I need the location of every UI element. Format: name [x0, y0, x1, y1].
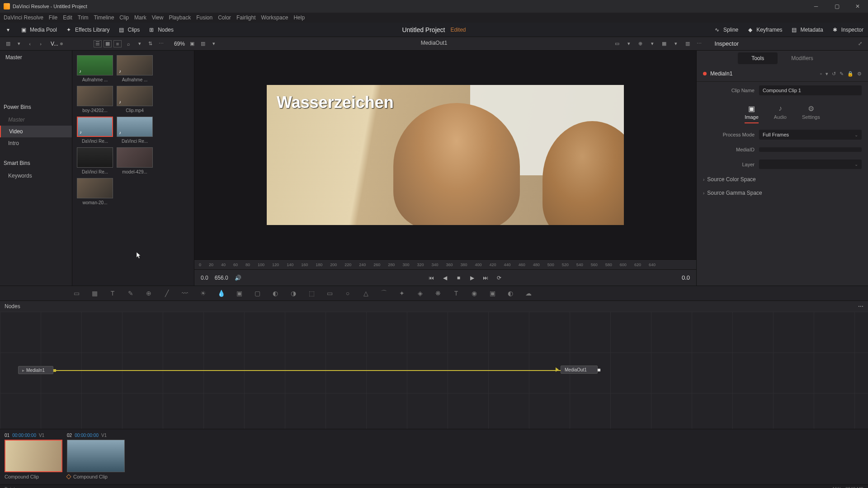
paint-tool-icon[interactable]: ✎ — [127, 289, 135, 297]
rectangle-mask-icon[interactable]: ▭ — [326, 289, 334, 297]
menu-item[interactable]: Color — [218, 14, 231, 21]
timeline-clip[interactable]: 0100:00:00:00V1 Compound Clip — [5, 433, 63, 481]
fastnoise-tool-icon[interactable]: ▦ — [90, 289, 99, 297]
split-icon[interactable]: ▥ — [199, 40, 207, 47]
view-metadata-icon[interactable]: ☰ — [94, 40, 102, 47]
clip-item[interactable]: ♪DaVinci Re... — [77, 117, 113, 144]
view-list-icon[interactable]: ≡ — [113, 40, 122, 47]
layer-dropdown[interactable]: ⌄ — [759, 160, 862, 169]
ellipse-mask-icon[interactable]: ○ — [344, 289, 352, 297]
lock-icon[interactable]: 🔒 — [847, 71, 854, 77]
clip-item[interactable]: ♪Aufnahme ... — [77, 55, 113, 82]
node-connection[interactable] — [56, 370, 561, 371]
menu-item[interactable]: View — [152, 14, 164, 21]
keyframes-toggle[interactable]: ◆Keyframes — [746, 26, 782, 33]
inspector-mode-audio[interactable]: ♪Audio — [774, 104, 787, 123]
inspector-mode-image[interactable]: ▣Image — [745, 104, 759, 123]
back-icon[interactable]: ‹ — [26, 40, 33, 47]
maximize-button[interactable]: ▢ — [826, 0, 847, 13]
clip-item[interactable]: DaVinci Re... — [77, 147, 113, 174]
loop-button[interactable]: ⟳ — [495, 274, 503, 282]
media-id-field[interactable] — [759, 147, 862, 152]
menu-item[interactable]: Edit — [63, 14, 72, 21]
menu-item[interactable]: Help — [293, 14, 305, 21]
node-output-port[interactable] — [598, 369, 600, 371]
brightness-tool-icon[interactable]: ☀ — [199, 289, 207, 297]
clip-item[interactable]: model-429... — [117, 147, 153, 174]
timeline-clip[interactable]: 0200:00:00:00V1 Compound Clip — [67, 433, 126, 481]
menu-item[interactable]: File — [49, 14, 57, 21]
prender-tool-icon[interactable]: ◈ — [416, 289, 424, 297]
clip-item[interactable]: ♪DaVinci Re... — [117, 117, 153, 144]
split-vert-icon[interactable]: ▥ — [684, 40, 691, 47]
camera3d-tool-icon[interactable]: ▣ — [488, 289, 496, 297]
chevron-down-icon[interactable]: ▾ — [15, 40, 23, 47]
sort-icon[interactable]: ⇅ — [147, 40, 154, 47]
mask-tool-icon[interactable]: ╱ — [163, 289, 171, 297]
tracker-tool-icon[interactable]: ⊕ — [145, 289, 153, 297]
bspline-mask-icon[interactable]: ⌒ — [380, 289, 388, 297]
bin-item-video[interactable]: Video — [0, 126, 72, 137]
menu-item[interactable]: Mark — [134, 14, 146, 21]
bin-item[interactable]: Master — [0, 114, 72, 126]
chevron-down-icon[interactable]: ▾ — [649, 40, 656, 47]
search-icon[interactable]: ⌕ — [125, 40, 132, 47]
clip-item[interactable]: boy-24202... — [77, 86, 113, 113]
colorcorrect-tool-icon[interactable]: 💧 — [217, 289, 225, 297]
settings-icon[interactable]: ⚙ — [857, 71, 862, 77]
menu-item[interactable]: Trim — [78, 14, 89, 21]
menu-item[interactable]: Timeline — [94, 14, 114, 21]
timecode-out[interactable]: 0.0 — [682, 274, 690, 281]
nodes-toggle[interactable]: ⊞Nodes — [148, 26, 174, 33]
render-icon[interactable]: ⊕ — [637, 40, 644, 47]
clip-name-field[interactable]: Compound Clip 1 — [759, 85, 862, 95]
process-mode-dropdown[interactable]: Full Frames⌄ — [759, 130, 862, 140]
transform-tool-icon[interactable]: ▢ — [253, 289, 261, 297]
chevron-down-icon[interactable]: ▾ — [136, 40, 143, 47]
collapsible-source-gamma-space[interactable]: ›Source Gamma Space — [697, 186, 868, 200]
text3d-tool-icon[interactable]: T — [452, 289, 460, 297]
menu-item[interactable]: Playback — [169, 14, 191, 21]
merge-tool-icon[interactable]: ▣ — [235, 289, 243, 297]
menu-item[interactable]: Fusion — [196, 14, 212, 21]
bin-dropdown[interactable]: V... — [51, 41, 63, 47]
inspector-mode-settings[interactable]: ⚙Settings — [802, 104, 820, 123]
more-icon[interactable]: ⋯ — [696, 40, 703, 47]
master-bin[interactable]: Master — [0, 51, 72, 64]
audio-toggle-icon[interactable]: 🔊 — [235, 275, 241, 281]
bin-item[interactable]: Intro — [0, 137, 72, 149]
clip-item[interactable]: ♪Clip.mp4 — [117, 86, 153, 113]
menu-item[interactable]: Workspace — [261, 14, 288, 21]
play-button[interactable]: ▶ — [468, 274, 476, 282]
chevron-down-icon[interactable]: ▾ — [826, 71, 828, 77]
matte-tool-icon[interactable]: ◐ — [271, 289, 279, 297]
text-tool-icon[interactable]: T — [108, 289, 117, 297]
media-pool-toggle[interactable]: ▣Media Pool — [20, 26, 57, 33]
collapsible-source-color-space[interactable]: ›Source Color Space — [697, 173, 868, 186]
panel-layout-icon[interactable]: ▥ — [5, 40, 12, 47]
last-frame-button[interactable]: ⏭ — [482, 274, 489, 282]
bin-item[interactable]: Keywords — [0, 170, 72, 182]
timecode-in[interactable]: 0.0 — [201, 275, 208, 281]
shelf-dropdown[interactable]: ▾ — [5, 26, 12, 33]
polygon-mask-icon[interactable]: △ — [362, 289, 370, 297]
clip-item[interactable]: woman-20... — [77, 178, 113, 205]
grid-icon[interactable]: ▦ — [660, 40, 668, 47]
view-thumbnail-icon[interactable]: ▦ — [104, 40, 112, 47]
pemitter-tool-icon[interactable]: ❋ — [434, 289, 442, 297]
spline-toggle[interactable]: ∿Spline — [713, 26, 738, 33]
expand-icon[interactable]: ⤢ — [856, 40, 863, 47]
effects-library-toggle[interactable]: ✦Effects Library — [65, 26, 109, 33]
chevron-down-icon[interactable]: ▾ — [672, 40, 679, 47]
clips-toggle[interactable]: ▤Clips — [118, 26, 140, 33]
more-icon[interactable]: ⋯ — [858, 303, 863, 310]
menu-item[interactable]: DaVinci Resolve — [4, 14, 43, 21]
zoom-level[interactable]: 69% — [174, 41, 185, 47]
stop-button[interactable]: ■ — [455, 274, 462, 282]
light-tool-icon[interactable]: ◐ — [506, 289, 514, 297]
inspector-toggle[interactable]: ✱Inspector — [831, 26, 863, 33]
menu-item[interactable]: Clip — [119, 14, 129, 21]
inspector-tab-modifiers[interactable]: Modifiers — [778, 52, 827, 64]
chevron-down-icon[interactable]: ▾ — [625, 40, 632, 47]
particles-tool-icon[interactable]: ✦ — [398, 289, 406, 297]
